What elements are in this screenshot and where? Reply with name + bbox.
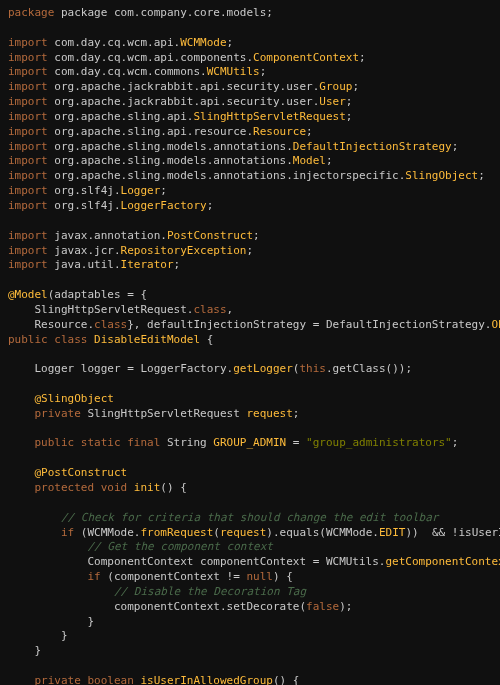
code-block: package package com.company.core.models;… (8, 6, 492, 685)
code-line: package package com.company.core.models; (8, 6, 492, 21)
